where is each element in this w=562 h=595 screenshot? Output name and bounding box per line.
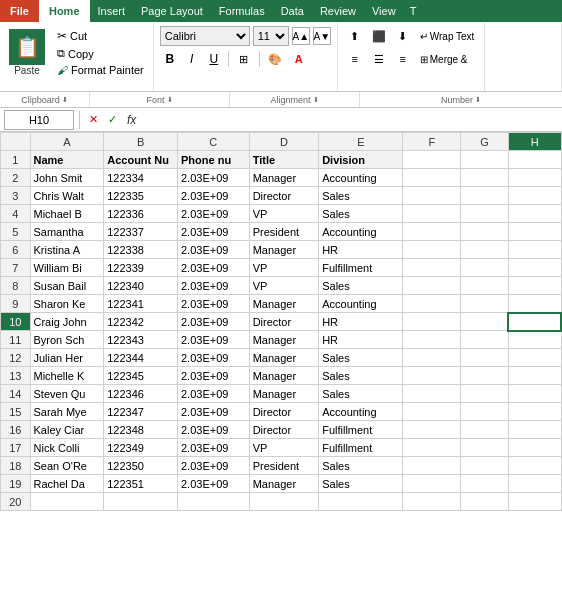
cell-g11[interactable] [461,331,508,349]
cell-g5[interactable] [461,223,508,241]
cell-e15[interactable]: Accounting [319,403,403,421]
cell-e9[interactable]: Accounting [319,295,403,313]
align-top-button[interactable]: ⬆ [344,26,366,46]
cell-h17[interactable] [508,439,561,457]
col-header-a[interactable]: A [30,133,104,151]
cell-c4[interactable]: 2.03E+09 [178,205,250,223]
tab-view[interactable]: View [364,0,404,22]
cell-e14[interactable]: Sales [319,385,403,403]
cell-f7[interactable] [403,259,461,277]
cell-a12[interactable]: Julian Her [30,349,104,367]
col-header-g[interactable]: G [461,133,508,151]
cell-c9[interactable]: 2.03E+09 [178,295,250,313]
cell-g1[interactable] [461,151,508,169]
align-left-button[interactable]: ≡ [344,49,366,69]
format-painter-button[interactable]: 🖌 Format Painter [54,63,147,77]
cell-d7[interactable]: VP [249,259,319,277]
cell-g6[interactable] [461,241,508,259]
cell-e7[interactable]: Fulfillment [319,259,403,277]
row-number[interactable]: 19 [1,475,31,493]
cell-b12[interactable]: 122344 [104,349,178,367]
row-number[interactable]: 17 [1,439,31,457]
cell-h10[interactable] [508,313,561,331]
cell-d19[interactable]: Manager [249,475,319,493]
cell-f10[interactable] [403,313,461,331]
cell-h2[interactable] [508,169,561,187]
cell-e20[interactable] [319,493,403,511]
border-button[interactable]: ⊞ [233,49,255,69]
cell-h13[interactable] [508,367,561,385]
cancel-formula-button[interactable]: ✕ [85,112,101,128]
cell-g12[interactable] [461,349,508,367]
clipboard-group-label[interactable]: Clipboard ⬇ [0,92,90,107]
cell-b10[interactable]: 122342 [104,313,178,331]
cell-h20[interactable] [508,493,561,511]
cell-g17[interactable] [461,439,508,457]
cell-d20[interactable] [249,493,319,511]
cell-a17[interactable]: Nick Colli [30,439,104,457]
cell-e2[interactable]: Accounting [319,169,403,187]
cell-c2[interactable]: 2.03E+09 [178,169,250,187]
cell-e3[interactable]: Sales [319,187,403,205]
cell-f3[interactable] [403,187,461,205]
cut-button[interactable]: ✂ Cut [54,28,147,44]
row-number[interactable]: 5 [1,223,31,241]
row-number[interactable]: 11 [1,331,31,349]
cell-b13[interactable]: 122345 [104,367,178,385]
cell-d12[interactable]: Manager [249,349,319,367]
formula-input[interactable] [143,110,558,130]
cell-c15[interactable]: 2.03E+09 [178,403,250,421]
tab-home[interactable]: Home [39,0,90,22]
row-number[interactable]: 4 [1,205,31,223]
cell-h19[interactable] [508,475,561,493]
increase-font-button[interactable]: A▲ [292,27,310,45]
cell-b1[interactable]: Account Nu [104,151,178,169]
tab-file[interactable]: File [0,0,39,22]
cell-g20[interactable] [461,493,508,511]
col-header-c[interactable]: C [178,133,250,151]
cell-d4[interactable]: VP [249,205,319,223]
merge-button[interactable]: ⊞ Merge & [416,49,472,69]
cell-g8[interactable] [461,277,508,295]
cell-d9[interactable]: Manager [249,295,319,313]
cell-b8[interactable]: 122340 [104,277,178,295]
cell-h18[interactable] [508,457,561,475]
cell-d1[interactable]: Title [249,151,319,169]
cell-e10[interactable]: HR [319,313,403,331]
cell-g2[interactable] [461,169,508,187]
cell-c6[interactable]: 2.03E+09 [178,241,250,259]
cell-g3[interactable] [461,187,508,205]
paste-button[interactable]: 📋 Paste [4,26,50,79]
cell-e19[interactable]: Sales [319,475,403,493]
cell-a11[interactable]: Byron Sch [30,331,104,349]
cell-f12[interactable] [403,349,461,367]
cell-d10[interactable]: Director [249,313,319,331]
tab-review[interactable]: Review [312,0,364,22]
cell-h15[interactable] [508,403,561,421]
cell-c10[interactable]: 2.03E+09 [178,313,250,331]
cell-h8[interactable] [508,277,561,295]
cell-h6[interactable] [508,241,561,259]
cell-c20[interactable] [178,493,250,511]
cell-c1[interactable]: Phone nu [178,151,250,169]
cell-f8[interactable] [403,277,461,295]
cell-a18[interactable]: Sean O'Re [30,457,104,475]
row-number[interactable]: 7 [1,259,31,277]
cell-b15[interactable]: 122347 [104,403,178,421]
cell-c11[interactable]: 2.03E+09 [178,331,250,349]
font-group-label[interactable]: Font ⬇ [90,92,230,107]
cell-f5[interactable] [403,223,461,241]
cell-h9[interactable] [508,295,561,313]
cell-a14[interactable]: Steven Qu [30,385,104,403]
cell-d5[interactable]: President [249,223,319,241]
cell-a6[interactable]: Kristina A [30,241,104,259]
cell-c14[interactable]: 2.03E+09 [178,385,250,403]
row-number[interactable]: 6 [1,241,31,259]
cell-a15[interactable]: Sarah Mye [30,403,104,421]
cell-d13[interactable]: Manager [249,367,319,385]
cell-b14[interactable]: 122346 [104,385,178,403]
cell-c19[interactable]: 2.03E+09 [178,475,250,493]
cell-b9[interactable]: 122341 [104,295,178,313]
cell-f4[interactable] [403,205,461,223]
cell-g18[interactable] [461,457,508,475]
